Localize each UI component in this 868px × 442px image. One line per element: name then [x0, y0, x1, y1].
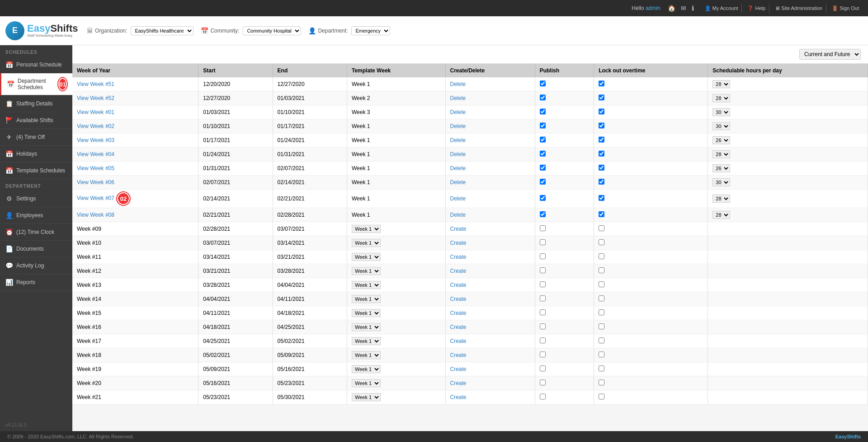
- info-icon[interactable]: ℹ: [692, 5, 694, 12]
- cell-action[interactable]: Create: [445, 278, 535, 292]
- cell-lockout[interactable]: [594, 376, 708, 390]
- cell-lockout[interactable]: [594, 292, 708, 306]
- hours-select[interactable]: 262830323436: [712, 80, 730, 88]
- sidebar-item-reports[interactable]: 📊 Reports: [0, 274, 72, 291]
- create-link[interactable]: Create: [450, 352, 467, 358]
- lockout-checkbox[interactable]: [599, 366, 604, 371]
- cell-hours[interactable]: 262830323436: [708, 190, 868, 208]
- cell-publish[interactable]: [535, 77, 594, 91]
- cell-action[interactable]: Create: [445, 306, 535, 320]
- week-link[interactable]: View Week #05: [77, 165, 114, 171]
- publish-checkbox[interactable]: [540, 309, 546, 315]
- cell-template[interactable]: Week 1Week 2Week 3: [347, 376, 445, 390]
- cell-publish[interactable]: [535, 208, 594, 222]
- cell-action[interactable]: Create: [445, 320, 535, 334]
- cell-lockout[interactable]: [594, 278, 708, 292]
- lockout-checkbox[interactable]: [599, 109, 604, 114]
- cell-template[interactable]: Week 1Week 2Week 3: [347, 348, 445, 362]
- lockout-checkbox[interactable]: [599, 253, 604, 259]
- hours-select[interactable]: 262830323436: [712, 94, 730, 102]
- cell-publish[interactable]: [535, 91, 594, 105]
- sidebar-item-time-off[interactable]: ✈ (4) Time Off: [0, 129, 72, 146]
- week-link[interactable]: View Week #51: [77, 81, 114, 87]
- sidebar-item-employees[interactable]: 👤 Employees: [0, 207, 72, 224]
- publish-checkbox[interactable]: [540, 179, 546, 185]
- create-link[interactable]: Create: [450, 268, 467, 274]
- cell-publish[interactable]: [535, 376, 594, 390]
- cell-action[interactable]: Delete: [445, 190, 535, 208]
- cell-publish[interactable]: [535, 119, 594, 133]
- template-select[interactable]: Week 1Week 2Week 3: [352, 323, 381, 331]
- lockout-checkbox[interactable]: [599, 295, 604, 301]
- cell-lockout[interactable]: [594, 77, 708, 91]
- sidebar-item-activity-log[interactable]: 💬 Activity Log: [0, 257, 72, 274]
- cell-publish[interactable]: [535, 250, 594, 264]
- cell-lockout[interactable]: [594, 334, 708, 348]
- template-select[interactable]: Week 1Week 2Week 3: [352, 365, 381, 373]
- help-link[interactable]: ❓ Help: [744, 4, 769, 13]
- cell-hours[interactable]: 262830323436: [708, 91, 868, 105]
- publish-checkbox[interactable]: [540, 295, 546, 301]
- cell-publish[interactable]: [535, 264, 594, 278]
- department-select[interactable]: Emergency: [351, 26, 390, 35]
- publish-checkbox[interactable]: [540, 239, 546, 245]
- lockout-checkbox[interactable]: [599, 239, 604, 245]
- template-select[interactable]: Week 1Week 2Week 3: [352, 309, 381, 317]
- sidebar-item-staffing-details[interactable]: 📋 Staffing Details: [0, 95, 72, 112]
- cell-publish[interactable]: [535, 320, 594, 334]
- cell-publish[interactable]: [535, 222, 594, 236]
- publish-checkbox[interactable]: [540, 337, 546, 343]
- cell-lockout[interactable]: [594, 306, 708, 320]
- community-select[interactable]: Community Hospital: [243, 26, 301, 35]
- lockout-checkbox[interactable]: [599, 267, 604, 273]
- publish-checkbox[interactable]: [540, 366, 546, 371]
- cell-hours[interactable]: 262830323436: [708, 147, 868, 162]
- hours-select[interactable]: 262830323436: [712, 195, 730, 203]
- cell-action[interactable]: Delete: [445, 133, 535, 147]
- delete-link[interactable]: Delete: [450, 95, 466, 101]
- template-select[interactable]: Week 1Week 2Week 3: [352, 295, 381, 303]
- cell-template[interactable]: Week 1Week 2Week 3: [347, 306, 445, 320]
- template-select[interactable]: Week 1Week 2Week 3: [352, 225, 381, 233]
- cell-lockout[interactable]: [594, 119, 708, 133]
- hours-select[interactable]: 262830323436: [712, 150, 730, 158]
- cell-hours[interactable]: 262830323436: [708, 105, 868, 119]
- publish-checkbox[interactable]: [540, 380, 546, 385]
- cell-lockout[interactable]: [594, 105, 708, 119]
- cell-publish[interactable]: [535, 390, 594, 404]
- lockout-checkbox[interactable]: [599, 337, 604, 343]
- template-select[interactable]: Week 1Week 2Week 3: [352, 379, 381, 387]
- publish-checkbox[interactable]: [540, 281, 546, 287]
- cell-action[interactable]: Create: [445, 334, 535, 348]
- cell-action[interactable]: Delete: [445, 162, 535, 176]
- sidebar-item-department-schedules[interactable]: 📅 Department Schedules 01: [0, 73, 72, 95]
- create-link[interactable]: Create: [450, 240, 467, 246]
- cell-lockout[interactable]: [594, 236, 708, 250]
- create-link[interactable]: Create: [450, 254, 467, 260]
- week-link[interactable]: View Week #02: [77, 123, 114, 129]
- template-select[interactable]: Week 1Week 2Week 3: [352, 239, 381, 247]
- hours-select[interactable]: 262830323436: [712, 178, 730, 186]
- lockout-checkbox[interactable]: [599, 151, 604, 157]
- cell-publish[interactable]: [535, 278, 594, 292]
- cell-lockout[interactable]: [594, 176, 708, 190]
- cell-lockout[interactable]: [594, 162, 708, 176]
- delete-link[interactable]: Delete: [450, 179, 466, 185]
- cell-template[interactable]: Week 1Week 2Week 3: [347, 250, 445, 264]
- create-link[interactable]: Create: [450, 380, 467, 386]
- sidebar-item-time-clock[interactable]: ⏰ (12) Time Clock: [0, 224, 72, 241]
- sidebar-item-documents[interactable]: 📄 Documents: [0, 241, 72, 257]
- create-link[interactable]: Create: [450, 226, 467, 232]
- delete-link[interactable]: Delete: [450, 137, 466, 143]
- publish-checkbox[interactable]: [540, 211, 546, 217]
- sidebar-item-personal-schedule[interactable]: 📅 Personal Schedule: [0, 57, 72, 73]
- cell-action[interactable]: Delete: [445, 176, 535, 190]
- lockout-checkbox[interactable]: [599, 165, 604, 171]
- lockout-checkbox[interactable]: [599, 211, 604, 217]
- lockout-checkbox[interactable]: [599, 309, 604, 315]
- template-select[interactable]: Week 1Week 2Week 3: [352, 267, 381, 275]
- delete-link[interactable]: Delete: [450, 151, 466, 157]
- publish-checkbox[interactable]: [540, 95, 546, 100]
- hours-select[interactable]: 262830323436: [712, 136, 730, 144]
- cell-publish[interactable]: [535, 292, 594, 306]
